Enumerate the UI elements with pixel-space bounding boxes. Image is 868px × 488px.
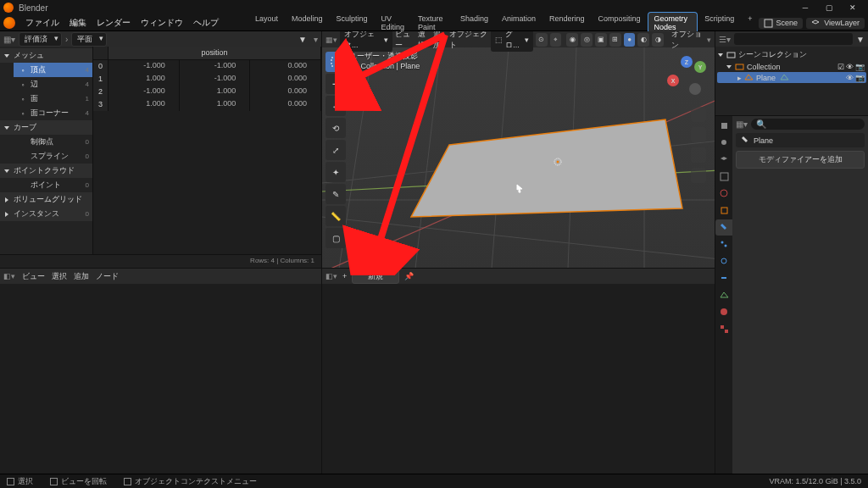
workspace-tab-compositing[interactable]: Compositing [593,13,647,33]
zoom-icon[interactable] [691,107,706,122]
add-cube-tool[interactable]: ▢ [326,228,346,248]
column-header-position[interactable]: position [108,47,321,59]
overlay-toggle-icon[interactable]: ◎ [581,33,593,47]
camera-icon[interactable] [691,147,706,163]
filter-icon[interactable]: ▼ [298,35,307,44]
domain-group-インスタンス[interactable]: インスタンス0 [0,207,92,221]
tab-particles[interactable] [715,236,732,252]
workspace-tab-sculpting[interactable]: Sculpting [331,13,374,33]
vp-menu-add[interactable]: 追加 [433,31,447,51]
menu-render[interactable]: レンダー [92,17,136,29]
add-workspace-button[interactable]: + [742,13,758,33]
tab-output[interactable] [715,135,732,151]
solid-shading-icon[interactable]: ● [624,33,636,47]
rotate-tool[interactable]: ⟲ [326,118,346,138]
editor-type-icon[interactable]: ▦▾ [736,119,748,129]
xray-icon[interactable]: ▣ [595,33,607,47]
vp-menu-select[interactable]: 選択 [418,31,431,51]
eval-state-pill[interactable]: 評価済 ▾ [19,32,62,47]
pivot-icon[interactable]: ⊙ [536,33,548,47]
tab-modifiers[interactable] [715,219,732,236]
node-menu-select[interactable]: 選択 [52,271,67,282]
gizmo-toggle-icon[interactable]: ◉ [566,33,578,47]
workspace-tab-geometry-nodes[interactable]: Geometry Nodes [648,13,698,33]
outliner-search[interactable] [734,33,853,45]
node-canvas[interactable] [0,284,321,474]
scale-tool[interactable]: ⤢ [326,140,346,160]
viewlayer-selector[interactable]: ViewLayer [806,18,865,29]
menu-window[interactable]: ウィンドウ [136,17,188,29]
editor-type-icon[interactable]: ▦▾ [3,35,15,44]
disable-toggle[interactable]: 📷 [855,74,865,82]
geonode-canvas[interactable] [322,284,715,474]
domain-面コーナー[interactable]: ◦面コーナー4 [14,106,92,120]
minimize-button[interactable]: ─ [793,0,817,15]
tab-viewlayer[interactable] [715,152,732,168]
close-button[interactable]: ✕ [841,0,865,15]
editor-type-icon[interactable]: ◧▾ [3,272,15,280]
property-object-name[interactable]: Plane [736,133,865,147]
hide-toggle[interactable]: 👁 [846,74,854,82]
vp-menu-object[interactable]: オブジェクト [449,31,489,51]
tab-render[interactable] [715,118,732,134]
3d-viewport[interactable]: ▦▾ オブジェク...▾ ビュー 選択 追加 オブジェクト ⬚ グロ...▾ ⊙… [322,31,715,269]
editor-type-icon[interactable]: ▦▾ [326,36,337,44]
workspace-tab-rendering[interactable]: Rendering [543,13,591,33]
table-row[interactable]: 31.0001.0000.000 [93,98,321,111]
add-modifier-button[interactable]: モディファイアーを追加 [736,151,865,169]
domain-group-ポイントクラウド[interactable]: ポイントクラウド [0,164,92,178]
tab-data[interactable] [715,287,732,303]
domain-group-カーブ[interactable]: カーブ [0,120,92,135]
domain-制御点[interactable]: 制御点0 [14,135,92,149]
tab-scene[interactable] [715,169,732,185]
menu-help[interactable]: ヘルプ [188,17,224,29]
editor-type-icon[interactable]: ◧▾ [326,272,337,280]
annotate-tool[interactable]: ✎ [326,184,346,204]
domain-スプライン[interactable]: スプライン0 [14,149,92,164]
workspace-tab-uv-editing[interactable]: UV Editing [376,13,411,33]
new-nodetree-plus[interactable]: + [342,272,347,280]
viewport-options[interactable]: オプション [671,31,704,51]
pan-icon[interactable] [691,127,706,142]
node-menu-add[interactable]: 追加 [74,271,89,282]
move-tool[interactable]: ↔ [326,96,346,116]
menu-edit[interactable]: 編集 [64,17,92,29]
nav-gizmo[interactable]: X Y Z [667,56,706,95]
domain-辺[interactable]: ◦辺4 [14,77,92,92]
domain-group-ボリュームグリッド[interactable]: ボリュームグリッド [0,192,92,207]
pin-icon[interactable]: 📌 [404,272,414,280]
snap-icon[interactable]: ⌖ [550,33,562,47]
tab-physics[interactable] [715,253,732,269]
table-row[interactable]: 0-1.000-1.0000.000 [93,60,321,73]
property-search[interactable]: 🔍 [751,119,865,130]
tab-constraints[interactable] [715,270,732,286]
hide-toggle[interactable]: 👁 [846,63,854,71]
table-row[interactable]: 2-1.0001.0000.000 [93,86,321,98]
measure-tool[interactable]: 📏 [326,206,346,226]
vp-menu-view[interactable]: ビュー [395,31,415,51]
exclude-toggle[interactable]: ☑ [837,63,844,71]
maximize-button[interactable]: ▢ [817,0,841,15]
table-row[interactable]: 11.000-1.0000.000 [93,73,321,86]
cursor-tool[interactable]: ✛ [326,74,346,94]
matprev-shading-icon[interactable]: ◐ [637,33,649,47]
outliner-scene-collection[interactable]: シーンコレクション [717,48,866,61]
workspace-tab-texture-paint[interactable]: Texture Paint [412,13,453,33]
tab-world[interactable] [715,186,732,202]
workspace-tab-layout[interactable]: Layout [249,13,284,33]
scene-selector[interactable]: Scene [759,18,804,29]
domain-mesh[interactable]: メッシュ [0,48,92,63]
node-menu-node[interactable]: ノード [96,271,119,282]
workspace-tab-scripting[interactable]: Scripting [698,13,740,33]
tab-object[interactable] [715,202,732,219]
workspace-tab-animation[interactable]: Animation [496,13,542,33]
tab-texture[interactable] [715,321,732,337]
new-nodetree-button[interactable]: 新規 [352,269,399,284]
outliner-object-plane[interactable]: ▸ Plane 👁📷 [717,72,866,83]
mode-selector[interactable]: オブジェク...▾ [340,31,392,52]
domain-面[interactable]: ◦面1 [14,92,92,106]
persp-icon[interactable] [691,168,706,183]
transform-orientation[interactable]: ⬚ グロ...▾ [491,31,532,52]
domain-頂点[interactable]: ◦頂点4 [14,63,92,77]
menu-file[interactable]: ファイル [20,17,64,29]
